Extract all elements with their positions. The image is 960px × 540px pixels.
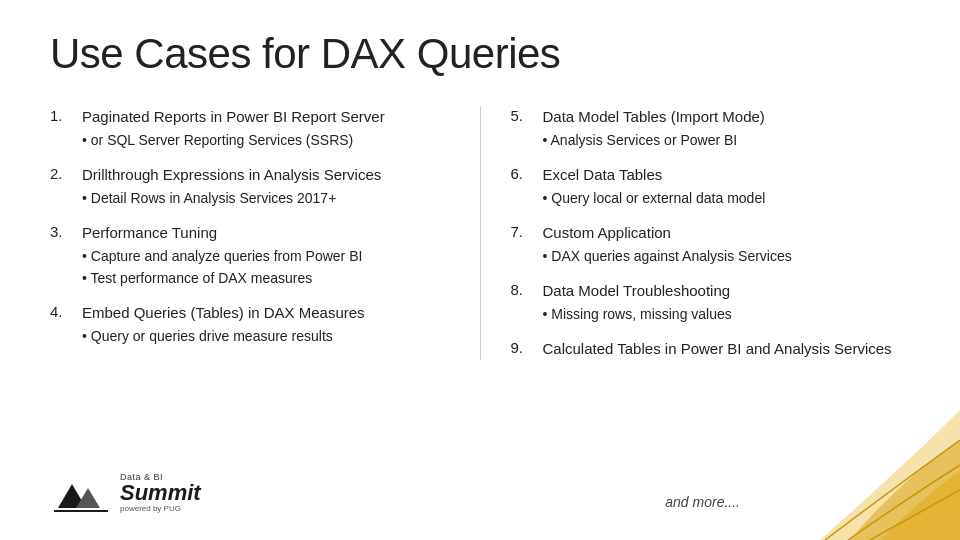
right-item-7: 7.Custom ApplicationDAX queries against …: [511, 222, 911, 266]
right-item-8: 8.Data Model TroubleshootingMissing rows…: [511, 280, 911, 324]
slide: Use Cases for DAX Queries 1.Paginated Re…: [0, 0, 960, 540]
slide-title: Use Cases for DAX Queries: [50, 30, 910, 78]
item-number: 7.: [511, 222, 533, 266]
content-area: 1.Paginated Reports in Power BI Report S…: [50, 106, 910, 360]
item-bullet: Query or queries drive measure results: [82, 326, 365, 346]
item-number: 8.: [511, 280, 533, 324]
right-item-6: 6.Excel Data TablesQuery local or extern…: [511, 164, 911, 208]
right-item-5: 5.Data Model Tables (Import Mode)Analysi…: [511, 106, 911, 150]
item-number: 5.: [511, 106, 533, 150]
logo-area: Data & BI Summit powered by PUG: [50, 466, 201, 518]
item-number: 9.: [511, 338, 533, 360]
item-number: 3.: [50, 222, 72, 288]
item-title: Performance Tuning: [82, 222, 362, 244]
item-title: Data Model Troubleshooting: [543, 280, 732, 302]
item-title: Drillthrough Expressions in Analysis Ser…: [82, 164, 381, 186]
corner-ribbon: [760, 410, 960, 540]
item-bullet: or SQL Server Reporting Services (SSRS): [82, 130, 385, 150]
logo-text: Data & BI Summit powered by PUG: [120, 472, 201, 513]
item-bullet: DAX queries against Analysis Services: [543, 246, 792, 266]
item-number: 2.: [50, 164, 72, 208]
item-bullet: Detail Rows in Analysis Services 2017+: [82, 188, 381, 208]
and-more-text: and more....: [665, 494, 740, 510]
logo-summit-text: Summit: [120, 482, 201, 504]
left-item-1: 1.Paginated Reports in Power BI Report S…: [50, 106, 450, 150]
item-content: Performance TuningCapture and analyze qu…: [82, 222, 362, 288]
svg-rect-2: [54, 510, 108, 512]
item-bullet: Missing rows, missing values: [543, 304, 732, 324]
right-item-9: 9.Calculated Tables in Power BI and Anal…: [511, 338, 911, 360]
item-title: Excel Data Tables: [543, 164, 766, 186]
item-content: Calculated Tables in Power BI and Analys…: [543, 338, 892, 360]
item-number: 6.: [511, 164, 533, 208]
item-bullet: Capture and analyze queries from Power B…: [82, 246, 362, 266]
item-number: 1.: [50, 106, 72, 150]
left-item-2: 2.Drillthrough Expressions in Analysis S…: [50, 164, 450, 208]
item-title: Embed Queries (Tables) in DAX Measures: [82, 302, 365, 324]
item-title: Paginated Reports in Power BI Report Ser…: [82, 106, 385, 128]
item-title: Calculated Tables in Power BI and Analys…: [543, 338, 892, 360]
item-bullet: Analysis Services or Power BI: [543, 130, 765, 150]
left-item-3: 3.Performance TuningCapture and analyze …: [50, 222, 450, 288]
logo-icon: [50, 466, 112, 518]
item-content: Embed Queries (Tables) in DAX MeasuresQu…: [82, 302, 365, 346]
item-content: Data Model TroubleshootingMissing rows, …: [543, 280, 732, 324]
left-item-4: 4.Embed Queries (Tables) in DAX Measures…: [50, 302, 450, 346]
column-divider: [480, 106, 481, 360]
item-content: Paginated Reports in Power BI Report Ser…: [82, 106, 385, 150]
item-content: Custom ApplicationDAX queries against An…: [543, 222, 792, 266]
item-content: Drillthrough Expressions in Analysis Ser…: [82, 164, 381, 208]
item-content: Data Model Tables (Import Mode)Analysis …: [543, 106, 765, 150]
item-number: 4.: [50, 302, 72, 346]
item-bullet: Test performance of DAX measures: [82, 268, 362, 288]
logo-powered-text: powered by PUG: [120, 504, 201, 513]
item-title: Custom Application: [543, 222, 792, 244]
item-bullet: Query local or external data model: [543, 188, 766, 208]
corner-decoration: [760, 410, 960, 540]
left-column: 1.Paginated Reports in Power BI Report S…: [50, 106, 450, 360]
right-column: 5.Data Model Tables (Import Mode)Analysi…: [511, 106, 911, 360]
item-content: Excel Data TablesQuery local or external…: [543, 164, 766, 208]
item-title: Data Model Tables (Import Mode): [543, 106, 765, 128]
